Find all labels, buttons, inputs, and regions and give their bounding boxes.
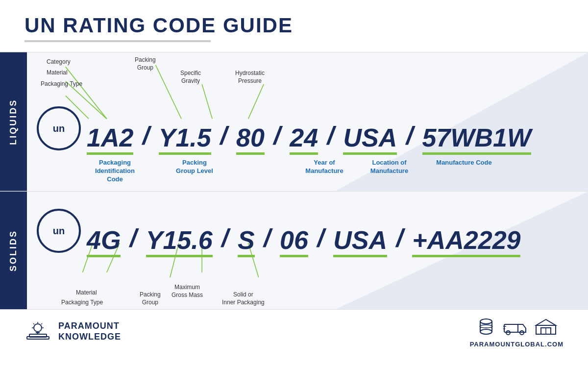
svg-line-19 <box>41 323 42 324</box>
solids-label: SOLIDS <box>0 192 27 309</box>
code-4g: 4G <box>87 227 121 257</box>
liquids-labels-row: PackagingIdentificationCode PackingGroup… <box>37 159 578 184</box>
annotation-category: Category <box>47 58 71 66</box>
sep-s5: / <box>389 223 410 257</box>
footer: PARAMOUNT KNOWLEDGE <box>0 309 588 354</box>
underline-80 <box>236 152 265 155</box>
liquids-code-row: un 1A2 / Y1.5 / <box>37 106 578 155</box>
un-logo-liquids: un <box>37 106 81 150</box>
code-aa2229: +AA2229 <box>412 227 520 257</box>
barrel-icon <box>475 316 497 338</box>
brand-name: PARAMOUNT KNOWLEDGE <box>58 321 121 342</box>
sep-s3: / <box>257 223 278 257</box>
brand-right: PARAMOUNTGLOBAL.COM <box>470 316 564 348</box>
underline-1a2 <box>87 152 133 155</box>
annotation-material-s: Material <box>76 289 97 297</box>
svg-point-23 <box>480 319 492 324</box>
title-underline <box>24 40 211 42</box>
code-24: 24 <box>290 125 318 155</box>
label-packaging-id: PackagingIdentificationCode <box>87 159 143 184</box>
svg-point-15 <box>34 324 42 332</box>
underline-4g <box>87 255 121 257</box>
label-year-manufacture: Year ofManufacture <box>297 159 351 175</box>
svg-rect-28 <box>504 324 518 332</box>
code-y15: Y1.5 <box>159 125 211 155</box>
code-y156: Y15.6 <box>146 227 213 257</box>
underline-aa2229 <box>412 255 520 257</box>
svg-line-21 <box>33 323 34 324</box>
underline-s <box>238 255 255 257</box>
brand-logo-icon <box>24 318 51 345</box>
sep-1: / <box>135 121 156 155</box>
underline-y156 <box>146 255 213 257</box>
code-s: S <box>238 227 255 257</box>
sep-s4: / <box>310 223 331 257</box>
annotation-packaging-type-s: Packaging Type <box>61 299 103 307</box>
solids-code-row: un 4G / Y15.6 / <box>37 209 578 257</box>
label-manufacture-code: Manufacture Code <box>427 159 501 167</box>
underline-06 <box>280 255 308 257</box>
liquids-section: LIQUIDS <box>0 52 588 191</box>
brand-icons-row <box>475 316 558 338</box>
un-logo-solids: un <box>37 209 81 253</box>
underline-24 <box>290 152 318 155</box>
title-section: UN RATING CODE GUIDE <box>0 0 588 47</box>
annotation-max-gross: MaximumGross Mass <box>172 284 203 299</box>
label-packing-group-level: PackingGroup Level <box>168 159 221 175</box>
annotation-material: Material <box>47 69 68 77</box>
code-1a2: 1A2 <box>87 125 133 155</box>
sep-3: / <box>267 121 288 155</box>
warehouse-icon <box>534 316 558 338</box>
annotation-specific-gravity: SpecificGravity <box>180 70 201 85</box>
page-title: UN RATING CODE GUIDE <box>24 14 564 37</box>
svg-point-24 <box>480 329 492 334</box>
svg-rect-14 <box>29 334 47 337</box>
svg-point-27 <box>480 325 492 328</box>
underline-usa <box>343 152 397 155</box>
annotation-packing-group-s: PackingGroup <box>140 291 161 306</box>
sep-5: / <box>399 121 420 155</box>
underline-usa-s <box>333 255 387 257</box>
annotation-packaging-type: Packaging Type <box>41 80 82 88</box>
sep-4: / <box>320 121 341 155</box>
code-80: 80 <box>236 125 265 155</box>
sep-s1: / <box>122 223 144 257</box>
solids-section: SOLIDS un 4G <box>0 191 588 309</box>
main-container: UN RATING CODE GUIDE LIQUIDS <box>0 0 588 392</box>
underline-y15 <box>159 152 211 155</box>
sep-2: / <box>213 121 234 155</box>
underline-57wb1w <box>422 152 531 155</box>
annotation-solid-inner: Solid orInner Packaging <box>222 291 265 306</box>
truck-icon <box>503 316 528 338</box>
code-usa-l: USA <box>343 125 397 155</box>
svg-marker-33 <box>536 319 556 325</box>
annotation-hydrostatic: HydrostaticPressure <box>235 70 265 85</box>
brand-left: PARAMOUNT KNOWLEDGE <box>24 318 121 345</box>
sep-s2: / <box>215 223 236 257</box>
sections-wrapper: LIQUIDS <box>0 52 588 309</box>
solids-content: un 4G / Y15.6 / <box>27 192 588 309</box>
label-location-manufacture: Location ofManufacture <box>361 159 417 175</box>
code-57wb1w: 57WB1W <box>422 125 531 155</box>
annotation-packing-group: PackingGroup <box>135 56 156 72</box>
code-usa-s: USA <box>333 227 387 257</box>
liquids-content: Category Material Packaging Type Packing… <box>27 52 588 191</box>
website-url: PARAMOUNTGLOBAL.COM <box>470 341 564 348</box>
code-06: 06 <box>280 227 308 257</box>
liquids-label: LIQUIDS <box>0 52 27 191</box>
